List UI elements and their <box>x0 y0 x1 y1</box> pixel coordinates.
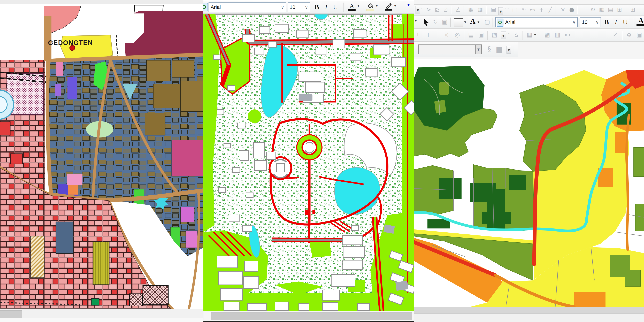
horizontal-scrollbar[interactable] <box>0 310 203 322</box>
editor-home-icon[interactable]: ⌂ <box>512 29 520 40</box>
text-symbol-font-combobox[interactable]: O Arial ∨ <box>495 17 578 27</box>
font-family-value: Arial <box>209 4 279 10</box>
template-toolbar: ▾ § ▆ ▼ <box>414 42 518 57</box>
rotate-tool-icon[interactable]: ◎ <box>453 29 461 40</box>
font-size-value: 10 <box>580 19 594 25</box>
horizontal-scrollbar[interactable] <box>204 311 414 321</box>
toolbar-grip[interactable]: ⋮ <box>508 32 510 36</box>
italic-button[interactable]: I <box>323 2 330 12</box>
preview-window-icon[interactable]: ▣ <box>490 4 497 14</box>
chevron-down-icon[interactable]: ∨ <box>303 4 310 10</box>
district-label: GEDONGTEN <box>48 39 93 46</box>
validate-check-icon[interactable]: ✓ <box>612 29 619 40</box>
attributes-table-icon[interactable]: ▤ <box>467 29 475 40</box>
measure-angle-icon[interactable]: ∠ <box>454 4 462 14</box>
window-tool-icon[interactable]: ▣ <box>635 29 643 40</box>
histogram-icon[interactable]: ▆ <box>495 42 503 56</box>
modify-link-icon[interactable]: ⊵ <box>433 4 441 14</box>
dropdown-arrow-icon[interactable]: ▾ <box>464 17 466 27</box>
stamp-icon[interactable]: ▩ <box>598 4 606 14</box>
bold-button[interactable]: B <box>313 2 321 12</box>
toolbar-overflow-button[interactable]: ▼ <box>506 46 511 54</box>
font-size-combobox[interactable]: 10 ∨ <box>288 2 310 12</box>
feature-template-combobox[interactable]: ▾ <box>418 44 482 54</box>
grid-plus-icon[interactable]: ⊞ <box>629 4 637 14</box>
line-pen-icon <box>385 2 392 9</box>
park-map-canvas[interactable] <box>204 14 414 311</box>
chevron-down-icon[interactable]: ∨ <box>571 20 578 25</box>
move-anchor-icon[interactable]: + <box>424 29 432 40</box>
grid-plus-icon[interactable]: ⊞ <box>616 4 624 14</box>
move-node-icon[interactable]: + <box>538 4 545 14</box>
horizontal-scrollbar-thumb[interactable] <box>0 310 22 318</box>
paint-bucket-icon <box>367 2 374 9</box>
shape-fill-swatch[interactable] <box>454 18 463 27</box>
horizontal-scrollbar-thumb[interactable] <box>211 312 412 320</box>
topology-a-icon[interactable]: ▩ <box>543 29 551 40</box>
bold-button[interactable]: B <box>602 17 610 27</box>
dropdown-arrow-icon[interactable]: ▾ <box>534 30 536 40</box>
grid-table-icon[interactable]: ▤ <box>607 4 614 14</box>
font-family-value: Arial <box>496 19 571 25</box>
toolbar-overflow-button[interactable]: ▼ <box>501 32 506 39</box>
font-size-value: 10 <box>288 4 303 10</box>
underline-button[interactable]: U <box>332 2 340 12</box>
adjustment-grid-icon[interactable]: ▦ <box>467 4 475 14</box>
dropdown-arrow-icon[interactable]: ▾ <box>478 17 480 27</box>
horizontal-scrollbar[interactable] <box>414 307 644 314</box>
new-displacement-link-icon[interactable]: ⊳ <box>425 4 432 14</box>
rectangle-icon[interactable]: ▭ <box>580 4 588 14</box>
italic-button[interactable]: I <box>612 17 619 27</box>
circle-fill-icon[interactable]: ● <box>568 4 576 14</box>
topology-b-icon[interactable]: ▥ <box>554 29 561 40</box>
dropdown-arrow-icon[interactable]: ▾ <box>394 1 396 11</box>
toolbar-grip[interactable]: ⋮ <box>507 7 508 11</box>
draw-symbol-icon[interactable]: O <box>203 3 208 12</box>
chevron-down-icon[interactable]: ∨ <box>279 4 286 10</box>
fill-color-swatch <box>366 9 374 11</box>
marker-color-dot-icon[interactable]: ● <box>407 2 410 7</box>
font-size-combobox[interactable]: 10 ∨ <box>580 17 601 27</box>
line-color-button[interactable] <box>383 2 394 12</box>
image-frame-icon[interactable]: ▣ <box>441 16 448 28</box>
park-map-panel: O Arial ∨ 10 ∨ B I U A ▾ ▾ <box>203 0 414 322</box>
multiple-links-icon[interactable]: ⊿ <box>442 4 450 14</box>
rotate-view-icon[interactable]: ↻ <box>432 16 440 28</box>
dropdown-arrow-icon[interactable]: ▾ <box>415 16 417 26</box>
erase-icon[interactable]: × <box>559 4 567 14</box>
select-elements-arrow-icon[interactable] <box>423 18 430 26</box>
edit-polyline-icon[interactable]: ∿ <box>520 4 528 14</box>
sketch-outline-icon[interactable]: ▢ <box>483 16 491 28</box>
sketch-corner-icon[interactable]: ∟ <box>415 29 423 40</box>
underline-button[interactable]: U <box>621 17 629 27</box>
font-family-combobox[interactable]: Arial ∨ <box>208 2 286 12</box>
fill-color-button[interactable] <box>365 2 376 12</box>
editor-toolbar: ∟ + × ◎ ▤ ▣ ▧ ▼ ⋮ ⌂ ▦ ▾ ▩ ▥ ⊷ ✓ ♻ ▣ <box>414 29 644 42</box>
cadastral-map-canvas[interactable]: GEDONGTEN <box>0 4 203 310</box>
dropdown-arrow-icon[interactable]: ▾ <box>475 45 481 54</box>
sketch-properties-icon[interactable]: ▣ <box>477 29 485 40</box>
select-box-icon[interactable]: ▢ <box>511 4 519 14</box>
line-color-swatch <box>385 9 392 10</box>
split-tool-icon[interactable]: × <box>442 29 450 40</box>
font-color-button[interactable]: A <box>346 2 357 12</box>
editor-tool-icon[interactable]: ▦ <box>526 29 534 40</box>
toolbar-overflow-button[interactable]: ▼ <box>498 7 503 15</box>
recycle-icon[interactable]: ♻ <box>625 29 633 40</box>
clipboard-icon[interactable]: ▧ <box>490 29 498 40</box>
label-color-button[interactable]: A <box>636 17 644 27</box>
trace-scribble-icon[interactable]: § <box>486 42 493 56</box>
text-color-button[interactable]: A <box>470 17 476 26</box>
adjustment-area-icon[interactable]: ▩ <box>476 4 484 14</box>
connect-icon[interactable]: ⊷ <box>564 29 572 40</box>
dropdown-arrow-icon[interactable]: ▾ <box>358 1 359 11</box>
toolbar-grip[interactable]: ⋮ <box>422 7 423 11</box>
segment-icon[interactable]: ⊷ <box>529 4 536 14</box>
dropdown-arrow-icon[interactable]: ▾ <box>376 1 378 11</box>
split-line-icon[interactable]: ╱ <box>546 4 554 14</box>
landuse-map-canvas[interactable] <box>414 59 644 307</box>
chevron-down-icon[interactable]: ∨ <box>594 20 600 25</box>
toolbar-spacer <box>518 42 644 56</box>
window-bottom-edge <box>204 321 414 322</box>
rotate-icon[interactable]: ↻ <box>589 4 597 14</box>
